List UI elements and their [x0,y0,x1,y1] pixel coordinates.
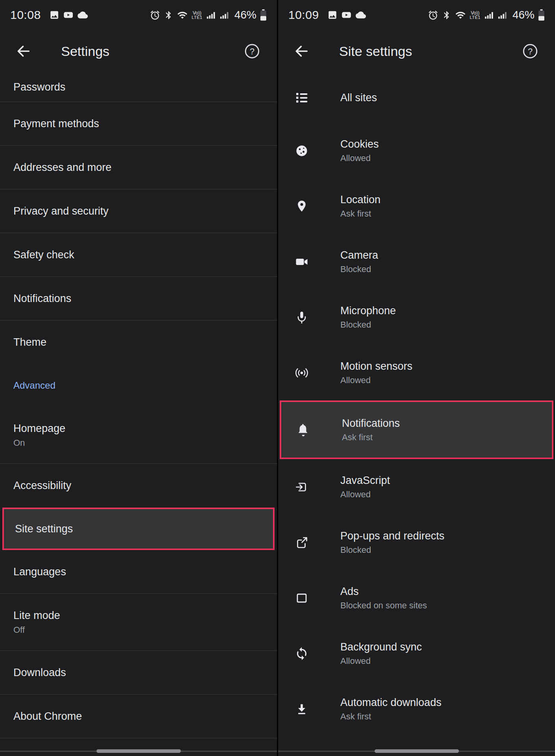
permission-state: Ask first [340,712,442,722]
permission-state: Blocked on some sites [340,600,427,611]
permission-state: Allowed [340,489,390,500]
page-title: Settings [61,44,243,59]
back-button[interactable] [293,43,310,60]
location-icon [293,198,310,215]
signal-sim1-icon [206,10,216,20]
clock: 10:08 [10,8,41,22]
youtube-notification-icon [341,10,352,20]
alarm-icon [428,10,438,20]
site-settings-screen: 10:09 [278,0,555,756]
camera-icon [293,253,310,271]
settings-list: Passwords Payment methods Addresses and … [0,72,277,738]
battery-percent: 46% [512,9,535,21]
wifi-icon [177,10,188,20]
alarm-icon [150,10,160,20]
permission-state: Blocked [340,320,396,330]
highlight-box-notifications: Notifications Ask first [280,400,553,459]
motion-sensors-icon [293,364,310,382]
volte-icon: Vo)) LTE1 [191,11,202,20]
settings-item-languages[interactable]: Languages [0,550,277,594]
bluetooth-icon [442,10,451,20]
photo-notification-icon [327,10,338,20]
site-settings-item-notifications[interactable]: Notifications Ask first [281,402,552,458]
gesture-pill[interactable] [97,749,181,753]
clock: 10:09 [288,8,319,22]
site-settings-item-javascript[interactable]: JavaScript Allowed [278,459,555,515]
photo-notification-icon [49,10,59,20]
permission-state: Blocked [340,545,444,555]
wifi-icon [455,10,466,20]
site-settings-item-ads[interactable]: Ads Blocked on some sites [278,570,555,626]
background-sync-icon [293,645,310,662]
bluetooth-icon [164,10,173,20]
site-settings-item-background-sync[interactable]: Background sync Allowed [278,626,555,681]
settings-item-homepage[interactable]: Homepage On [0,407,277,464]
battery-percent: 46% [234,9,256,21]
settings-item-passwords[interactable]: Passwords [0,72,277,102]
settings-screen: 10:08 [0,0,277,756]
site-settings-item-popups[interactable]: Pop-ups and redirects Blocked [278,515,555,570]
battery-icon [260,9,267,21]
signal-sim1-icon [484,10,494,20]
gesture-pill[interactable] [375,749,459,753]
battery-icon [538,9,545,21]
volte-icon: Vo)) LTE1 [470,11,480,20]
signal-sim2-icon [219,10,229,20]
automatic-downloads-icon [293,700,310,718]
site-settings-item-camera[interactable]: Camera Blocked [278,234,555,289]
advanced-section-header: Advanced [0,364,277,407]
cloud-notification-icon [355,10,366,20]
site-settings-item-location[interactable]: Location Ask first [278,178,555,234]
permission-state: Blocked [340,264,378,274]
status-bar: 10:09 [278,0,555,30]
settings-item-about-chrome[interactable]: About Chrome [0,695,277,738]
settings-item-privacy-security[interactable]: Privacy and security [0,189,277,233]
javascript-icon [293,478,310,496]
notifications-bell-icon [295,421,312,439]
settings-item-addresses[interactable]: Addresses and more [0,146,277,189]
site-settings-item-cookies[interactable]: Cookies Allowed [278,123,555,178]
svg-text:?: ? [250,46,254,56]
site-settings-item-automatic-downloads[interactable]: Automatic downloads Ask first [278,681,555,737]
svg-text:?: ? [528,46,533,56]
homepage-state: On [13,438,277,448]
all-sites-icon [293,89,310,106]
site-settings-item-all-sites[interactable]: All sites [278,72,555,123]
ads-icon [293,589,310,607]
settings-item-downloads[interactable]: Downloads [0,651,277,695]
settings-item-site-settings[interactable]: Site settings [4,509,273,548]
settings-item-payment-methods[interactable]: Payment methods [0,102,277,146]
permission-state: Allowed [340,375,412,385]
microphone-icon [293,309,310,326]
back-button[interactable] [15,43,32,60]
youtube-notification-icon [63,10,74,20]
highlight-box-site-settings: Site settings [2,508,275,550]
signal-sim2-icon [497,10,507,20]
cookies-icon [293,142,310,159]
site-settings-item-microphone[interactable]: Microphone Blocked [278,289,555,345]
settings-item-lite-mode[interactable]: Lite mode Off [0,594,277,651]
settings-item-safety-check[interactable]: Safety check [0,233,277,277]
help-button[interactable]: ? [243,42,261,60]
settings-item-notifications[interactable]: Notifications [0,277,277,321]
permission-state: Allowed [340,656,422,666]
app-bar: Settings ? [0,30,277,72]
dual-screenshot: 10:08 [0,0,555,756]
app-bar: Site settings ? [278,30,555,72]
page-title: Site settings [339,44,521,59]
lite-mode-state: Off [13,625,277,635]
cloud-notification-icon [77,10,88,20]
site-settings-list: All sites Cookies Allowed Location Ask f… [278,72,555,737]
site-settings-item-motion-sensors[interactable]: Motion sensors Allowed [278,345,555,400]
permission-state: Allowed [340,153,379,163]
permission-state: Ask first [340,209,381,219]
popups-redirects-icon [293,534,310,551]
status-bar: 10:08 [0,0,277,30]
settings-item-theme[interactable]: Theme [0,321,277,364]
help-button[interactable]: ? [521,42,539,60]
permission-state: Ask first [342,432,400,443]
settings-item-accessibility[interactable]: Accessibility [0,464,277,508]
